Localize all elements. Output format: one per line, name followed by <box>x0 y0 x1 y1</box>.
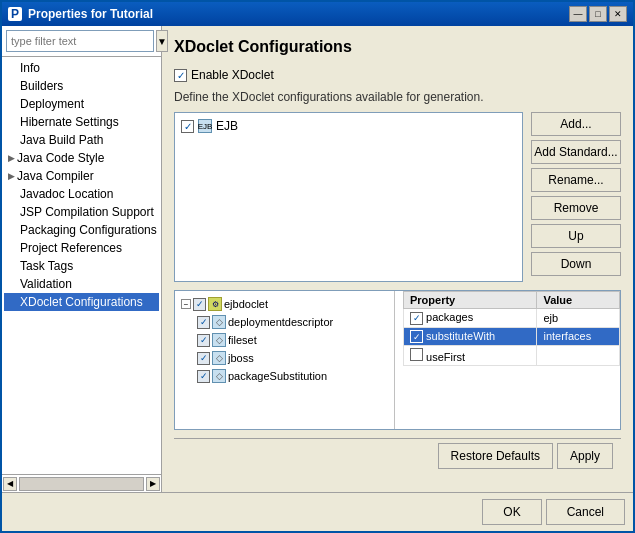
enable-checkbox[interactable] <box>174 69 187 82</box>
ejb-checkbox[interactable] <box>181 120 194 133</box>
left-panel-scrollbar: ◀ ▶ <box>2 474 161 492</box>
up-button[interactable]: Up <box>531 224 621 248</box>
maximize-button[interactable]: □ <box>589 6 607 22</box>
sidebar-item-hibernate[interactable]: Hibernate Settings <box>4 113 159 131</box>
sidebar-item-info[interactable]: Info <box>4 59 159 77</box>
sidebar-item-project-refs[interactable]: Project References <box>4 239 159 257</box>
val-cell: ejb <box>537 309 620 328</box>
value-col-header: Value <box>537 292 620 309</box>
properties-table: Property Value packages ejb <box>403 291 620 366</box>
right-panel: XDoclet Configurations Enable XDoclet De… <box>162 26 633 492</box>
val-cell: interfaces <box>537 327 620 346</box>
deploy-checkbox[interactable] <box>197 316 210 329</box>
tree-node-group: ◇ deploymentdescriptor ◇ fileset ◇ jboss <box>195 313 390 385</box>
ejb-label: EJB <box>216 119 238 133</box>
scroll-left-button[interactable]: ◀ <box>3 477 17 491</box>
val-cell <box>537 346 620 366</box>
sidebar-item-packaging[interactable]: Packaging Configurations <box>4 221 159 239</box>
description-text: Define the XDoclet configurations availa… <box>174 90 621 104</box>
sidebar-item-java-build-path[interactable]: Java Build Path <box>4 131 159 149</box>
sidebar-item-javadoc[interactable]: Javadoc Location <box>4 185 159 203</box>
root-checkbox[interactable] <box>193 298 206 311</box>
minimize-button[interactable]: — <box>569 6 587 22</box>
properties-panel: Property Value packages ejb <box>403 291 620 429</box>
deploy-icon: ◇ <box>212 315 226 329</box>
tree-panel: − ⚙ ejbdoclet ◇ deploymentdescriptor <box>175 291 395 429</box>
apply-button[interactable]: Apply <box>557 443 613 469</box>
sidebar-item-jsp[interactable]: JSP Compilation Support <box>4 203 159 221</box>
window-title: Properties for Tutorial <box>28 7 563 21</box>
prop-cell: substituteWith <box>404 327 537 346</box>
packagesub-icon: ◇ <box>212 369 226 383</box>
window: P Properties for Tutorial — □ ✕ ▼ Info B… <box>0 0 635 533</box>
restore-defaults-button[interactable]: Restore Defaults <box>438 443 553 469</box>
property-col-header: Property <box>404 292 537 309</box>
sidebar-item-java-compiler[interactable]: ▶ Java Compiler <box>4 167 159 185</box>
sidebar-item-task-tags[interactable]: Task Tags <box>4 257 159 275</box>
prop-cell: packages <box>404 309 537 328</box>
jboss-checkbox[interactable] <box>197 352 210 365</box>
close-button[interactable]: ✕ <box>609 6 627 22</box>
tree-root-row: − ⚙ ejbdoclet <box>179 295 390 313</box>
main-content: ▼ Info Builders Deployment Hibernate Set… <box>2 26 633 492</box>
scroll-right-button[interactable]: ▶ <box>146 477 160 491</box>
ok-button[interactable]: OK <box>482 499 541 525</box>
fileset-icon: ◇ <box>212 333 226 347</box>
substitutewith-checkbox[interactable] <box>410 330 423 343</box>
fileset-checkbox[interactable] <box>197 334 210 347</box>
ejb-list-box[interactable]: EJB EJB <box>174 112 523 282</box>
side-buttons: Add... Add Standard... Rename... Remove … <box>531 112 621 282</box>
down-button[interactable]: Down <box>531 252 621 276</box>
packagesub-checkbox[interactable] <box>197 370 210 383</box>
usefirst-checkbox[interactable] <box>410 348 423 361</box>
tree-leaf-fileset: ◇ fileset <box>195 331 390 349</box>
jboss-icon: ◇ <box>212 351 226 365</box>
ejb-list-area: EJB EJB Add... Add Standard... Rename...… <box>174 112 621 282</box>
ejb-list-item[interactable]: EJB EJB <box>179 117 518 135</box>
filter-input[interactable] <box>6 30 154 52</box>
rename-button[interactable]: Rename... <box>531 168 621 192</box>
sidebar-item-xdoclet[interactable]: XDoclet Configurations <box>4 293 159 311</box>
enable-row: Enable XDoclet <box>174 68 621 82</box>
root-icon: ⚙ <box>208 297 222 311</box>
dialog-footer: OK Cancel <box>2 492 633 531</box>
panel-title: XDoclet Configurations <box>174 38 621 56</box>
sidebar-item-validation[interactable]: Validation <box>4 275 159 293</box>
prop-cell: useFirst <box>404 346 537 366</box>
deploy-label: deploymentdescriptor <box>228 316 333 328</box>
table-row[interactable]: substituteWith interfaces <box>404 327 620 346</box>
add-standard-button[interactable]: Add Standard... <box>531 140 621 164</box>
sidebar-item-deployment[interactable]: Deployment <box>4 95 159 113</box>
packages-checkbox[interactable] <box>410 312 423 325</box>
jboss-label: jboss <box>228 352 254 364</box>
expand-icon: ▶ <box>8 153 15 163</box>
nav-tree: Info Builders Deployment Hibernate Setti… <box>2 57 161 474</box>
window-icon: P <box>8 7 22 21</box>
left-panel: ▼ Info Builders Deployment Hibernate Set… <box>2 26 162 492</box>
cancel-button[interactable]: Cancel <box>546 499 625 525</box>
expand-icon: ▶ <box>8 171 15 181</box>
tree-collapse-button[interactable]: − <box>181 299 191 309</box>
tree-leaf-packagesubstitution: ◇ packageSubstitution <box>195 367 390 385</box>
remove-button[interactable]: Remove <box>531 196 621 220</box>
restore-apply-section: Restore Defaults Apply <box>174 438 621 473</box>
tree-leaf-jboss: ◇ jboss <box>195 349 390 367</box>
packagesub-label: packageSubstitution <box>228 370 327 382</box>
table-row[interactable]: packages ejb <box>404 309 620 328</box>
bottom-section: − ⚙ ejbdoclet ◇ deploymentdescriptor <box>174 290 621 430</box>
filter-bar: ▼ <box>2 26 161 57</box>
ejb-icon: EJB <box>198 119 212 133</box>
horizontal-scrollbar[interactable] <box>19 477 144 491</box>
root-label: ejbdoclet <box>224 298 268 310</box>
sidebar-item-java-code-style[interactable]: ▶ Java Code Style <box>4 149 159 167</box>
sidebar-item-builders[interactable]: Builders <box>4 77 159 95</box>
window-controls: — □ ✕ <box>569 6 627 22</box>
table-row[interactable]: useFirst <box>404 346 620 366</box>
footer-right: Restore Defaults Apply <box>438 443 613 469</box>
add-button[interactable]: Add... <box>531 112 621 136</box>
tree-leaf-deploymentdescriptor: ◇ deploymentdescriptor <box>195 313 390 331</box>
fileset-label: fileset <box>228 334 257 346</box>
title-bar: P Properties for Tutorial — □ ✕ <box>2 2 633 26</box>
enable-label: Enable XDoclet <box>191 68 274 82</box>
